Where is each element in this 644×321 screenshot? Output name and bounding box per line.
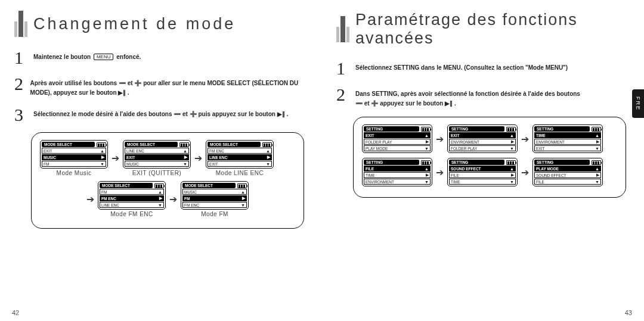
arrow-right-icon: ➔ [521, 133, 529, 145]
steps-list: 1 Sélectionnez SETTING dans le MENU. (Co… [336, 60, 630, 108]
arrow-right-icon: ➔ [521, 167, 529, 178]
lcd-screen: SETTING TIME▲ ENVIRONMENT▶ EXIT▼ [532, 124, 603, 153]
page-title: Changement de mode [33, 15, 236, 33]
step-text: Sélectionnez SETTING dans le MENU. (Cons… [355, 60, 568, 73]
steps-list: 1 Maintenez le bouton MENU enfoncé. 2 Ap… [14, 49, 308, 124]
lcd-screen: SETTING SOUND EFFECT▲ FILE▶ TIME▼ [447, 158, 518, 186]
screen-row-1: MODE SELECT EXIT▲ MUSIC▶ FM▼ Mode Music … [40, 140, 295, 176]
lcd-screen: SETTING EXIT▲ ENVIRONMENT▶ FOLDER PLAY▼ [447, 124, 518, 153]
step-text: Après avoir utilisé les boutons ➖ et ➕ p… [30, 75, 308, 98]
language-tab: FRE [632, 89, 644, 118]
arrow-right-icon: ➔ [169, 194, 177, 205]
page-number: 42 [12, 309, 19, 316]
battery-icon [506, 160, 516, 165]
step-number: 2 [14, 75, 24, 93]
battery-icon [262, 142, 272, 147]
step-number: 2 [336, 86, 349, 104]
page-header: Paramétrage des fonctions avancées [336, 11, 630, 48]
page-left: Changement de mode 1 Maintenez le bouton… [0, 0, 322, 321]
battery-icon [97, 142, 106, 147]
step-number: 1 [14, 49, 27, 67]
right-triangle-icon: ▶ [101, 155, 104, 160]
lcd-screen: SETTING FILE▲ TIME▶ ENVIRONMENT▼ [362, 158, 432, 186]
step-3: 3 Sélectionnez le mode désiré à l'aide d… [14, 106, 308, 124]
step-text: Dans SETTING, après avoir sélectionné la… [355, 86, 580, 108]
battery-icon [592, 160, 601, 165]
step-1: 1 Sélectionnez SETTING dans le MENU. (Co… [336, 60, 630, 77]
step-number: 1 [336, 60, 349, 77]
lcd-screen: MODE SELECT MUSIC▲ FM▶ FM ENC▼ [181, 181, 249, 210]
battery-icon [237, 183, 247, 188]
step-text: Maintenez le bouton MENU enfoncé. [33, 49, 141, 62]
diagram-box: SETTING EXIT▲ FOLDER PLAY▶ PLAY MODE▼ ➔ … [353, 117, 626, 198]
battery-icon [179, 142, 189, 147]
header-ornament-icon [14, 11, 27, 37]
diagram-box: MODE SELECT EXIT▲ MUSIC▶ FM▼ Mode Music … [31, 132, 304, 229]
screen-caption: Mode Music [57, 170, 92, 176]
screen-caption: Mode FM ENC [110, 211, 153, 217]
menu-button-chip: MENU [94, 54, 114, 60]
battery-icon [154, 183, 164, 188]
screen-caption: Mode LINE ENC [216, 170, 264, 176]
lcd-screen: MODE SELECT LINE ENC▲ EXIT▶ MUSIC▼ [123, 140, 191, 169]
lcd-screen: MODE SELECT FM ENC▲ LINE ENC▶ EXIT▼ [206, 140, 274, 169]
screen-caption: Mode FM [201, 211, 228, 217]
lcd-screen: MODE SELECT FM▲ FM ENC▶ LINE ENC▼ [98, 181, 166, 210]
arrow-right-icon: ➔ [112, 152, 119, 164]
arrow-right-icon: ➔ [436, 167, 444, 178]
battery-icon [592, 127, 601, 132]
screen-row-1: SETTING EXIT▲ FOLDER PLAY▶ PLAY MODE▼ ➔ … [362, 124, 617, 153]
lcd-screen: SETTING EXIT▲ FOLDER PLAY▶ PLAY MODE▼ [362, 124, 432, 153]
battery-icon [506, 127, 516, 132]
arrow-right-icon: ➔ [86, 194, 94, 205]
header-ornament-icon [336, 16, 349, 42]
arrow-right-icon: ➔ [194, 152, 202, 164]
lcd-screen: MODE SELECT EXIT▲ MUSIC▶ FM▼ [40, 140, 108, 169]
two-page-spread: Changement de mode 1 Maintenez le bouton… [0, 0, 644, 321]
step-1: 1 Maintenez le bouton MENU enfoncé. [14, 49, 308, 67]
page-number: 43 [625, 309, 632, 316]
page-header: Changement de mode [14, 11, 308, 37]
battery-icon [421, 127, 431, 132]
battery-icon [421, 160, 431, 165]
arrow-right-icon: ➔ [436, 133, 444, 145]
page-title: Paramétrage des fonctions avancées [355, 11, 630, 48]
screen-caption: EXIT (QUITTER) [132, 170, 181, 176]
screen-row-2: ➔ MODE SELECT FM▲ FM ENC▶ LINE ENC▼ Mode… [40, 181, 295, 217]
step-2: 2 Après avoir utilisé les boutons ➖ et ➕… [14, 75, 308, 98]
step-2: 2 Dans SETTING, après avoir sélectionné … [336, 86, 630, 108]
step-text: Sélectionnez le mode désiré à l'aide des… [33, 106, 288, 119]
down-triangle-icon: ▼ [100, 162, 104, 166]
screen-row-2: SETTING FILE▲ TIME▶ ENVIRONMENT▼ ➔ SETTI… [362, 158, 617, 186]
step-number: 3 [14, 106, 27, 124]
up-triangle-icon: ▲ [100, 149, 104, 153]
lcd-screen: SETTING PLAY MODE▲ SOUND EFFECT▶ FILE▼ [532, 158, 603, 186]
page-right: Paramétrage des fonctions avancées 1 Sél… [322, 0, 644, 321]
